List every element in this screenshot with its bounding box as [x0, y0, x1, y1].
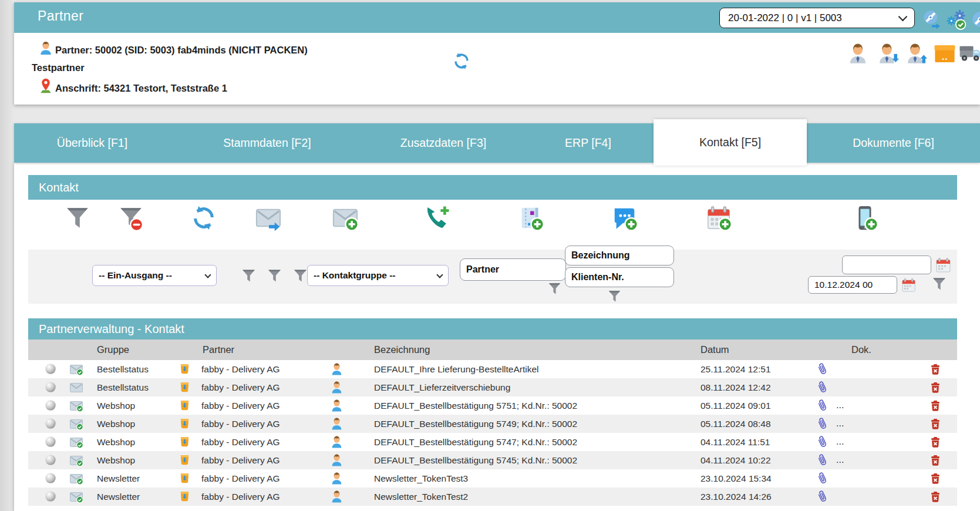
paperclip-icon[interactable] — [815, 453, 830, 468]
package-icon[interactable] — [932, 41, 957, 66]
envelope-check-icon — [69, 472, 83, 486]
envelope-check-icon — [69, 362, 83, 376]
trash-icon[interactable] — [929, 490, 942, 503]
filter-bar: -- Ein-Ausgang -- -- Kontaktgruppe -- — [28, 250, 957, 304]
filter-icon[interactable] — [931, 276, 947, 292]
column-header-gruppe[interactable]: Gruppe — [97, 339, 129, 360]
trash-icon[interactable] — [929, 436, 942, 449]
column-header-bezeichnung[interactable]: Bezeichnung — [374, 339, 430, 360]
table-row[interactable]: Webshopfabby - Delivery AGDEFAULT_Bestel… — [28, 415, 957, 433]
addressbook-add-icon[interactable] — [517, 204, 544, 231]
mail-forward-icon[interactable] — [255, 204, 282, 231]
more-documents-link[interactable]: ... — [836, 433, 844, 450]
filter-icon[interactable] — [267, 268, 282, 284]
paperclip-icon[interactable] — [815, 489, 830, 504]
tab-kontakt-f5[interactable]: Kontakt [F5] — [654, 119, 807, 166]
sphere-icon[interactable] — [44, 472, 57, 485]
table-column-header: GruppePartnerBezeichnungDatumDok. — [28, 339, 957, 360]
cell-bezeichnung: DEFAULT_Lieferzeitverschiebung — [374, 378, 510, 396]
more-documents-link[interactable]: ... — [836, 451, 844, 468]
cell-bezeichnung: DEFAULT_Bestellbestätigung 5751; Kd.Nr.:… — [374, 396, 577, 415]
person-icon[interactable] — [846, 41, 870, 66]
cell-gruppe: Bestellstatus — [97, 378, 149, 396]
sphere-icon[interactable] — [44, 490, 57, 503]
sphere-icon[interactable] — [44, 399, 57, 412]
filter-icon[interactable] — [547, 281, 562, 296]
cell-datum: 08.11.2024 12:42 — [701, 378, 771, 396]
paperclip-icon[interactable] — [815, 471, 830, 486]
disc-arrow-icon[interactable] — [922, 9, 942, 29]
mobile-add-icon[interactable] — [851, 204, 878, 231]
partner-filter-input[interactable] — [460, 258, 566, 281]
filter-icon[interactable] — [241, 268, 257, 284]
trash-icon[interactable] — [929, 399, 942, 412]
klienten-nr-filter-input[interactable] — [565, 267, 674, 287]
bezeichnung-filter-input[interactable] — [565, 246, 674, 265]
tab-berblick-f1[interactable]: Überblick [F1] — [14, 123, 170, 163]
person-upload-icon[interactable] — [904, 41, 929, 66]
tab-dokumente-f6[interactable]: Dokumente [F6] — [807, 123, 980, 163]
truck-icon[interactable] — [958, 41, 980, 66]
mail-add-icon[interactable] — [332, 204, 359, 231]
calendar-icon[interactable] — [901, 277, 917, 293]
trash-icon[interactable] — [929, 363, 942, 376]
person-download-icon[interactable] — [876, 41, 901, 66]
trash-icon[interactable] — [929, 472, 942, 485]
refresh-icon[interactable] — [190, 204, 217, 231]
filter-remove-icon[interactable] — [117, 204, 144, 231]
sphere-icon[interactable] — [44, 381, 57, 394]
sphere-icon[interactable] — [44, 362, 57, 375]
tab-zusatzdaten-f3[interactable]: Zusatzdaten [F3] — [364, 123, 523, 163]
kontakt-section-header: Kontakt — [28, 175, 957, 200]
column-header-datum[interactable]: Datum — [701, 339, 729, 360]
ein-ausgang-select[interactable]: -- Ein-Ausgang -- — [92, 265, 217, 286]
trash-icon[interactable] — [929, 381, 942, 394]
paperclip-icon[interactable] — [815, 435, 830, 449]
paperclip-icon[interactable] — [815, 362, 830, 376]
trash-icon[interactable] — [929, 454, 942, 467]
refresh-icon[interactable] — [452, 52, 471, 70]
tab-bar: Überblick [F1]Stammdaten [F2]Zusatzdaten… — [14, 123, 980, 163]
version-select[interactable]: 20-01-2022 | 0 | v1 | 5003 — [719, 8, 915, 28]
table-row[interactable]: Bestellstatusfabby - Delivery AGDEFAULT_… — [28, 378, 957, 396]
sphere-icon[interactable] — [44, 435, 57, 448]
cell-bezeichnung: DEFAULT_Ihre Lieferung-BestellteArtikel — [374, 360, 539, 378]
more-documents-link[interactable]: ... — [836, 415, 844, 432]
paperclip-icon[interactable] — [815, 398, 830, 413]
filter-icon[interactable] — [607, 289, 622, 304]
trash-icon[interactable] — [929, 418, 942, 431]
tab-erp-f4[interactable]: ERP [F4] — [523, 123, 654, 163]
filter-icon[interactable] — [292, 268, 308, 284]
kontaktgruppe-select[interactable]: -- Kontaktgruppe -- — [307, 265, 449, 286]
chat-add-icon[interactable] — [611, 204, 638, 231]
envelope-check-icon — [69, 490, 83, 504]
envelope-check-icon — [69, 417, 83, 431]
envelope-icon — [69, 381, 83, 395]
calendar-icon[interactable] — [935, 257, 952, 274]
column-header-partner[interactable]: Partner — [203, 339, 234, 360]
date-to-input[interactable] — [808, 276, 897, 294]
disc-icon[interactable] — [970, 9, 980, 29]
sphere-icon[interactable] — [44, 417, 57, 430]
partner-card-header: Partner 20-01-2022 | 0 | v1 | 5003 — [14, 2, 980, 33]
paperclip-icon[interactable] — [815, 380, 830, 395]
table-row[interactable]: Webshopfabby - Delivery AGDEFAULT_Bestel… — [28, 451, 957, 469]
paperclip-icon[interactable] — [815, 416, 830, 431]
table-row[interactable]: Webshopfabby - Delivery AGDEFAULT_Bestel… — [28, 396, 957, 415]
table-row[interactable]: Newsletterfabby - Delivery AGNewsletter_… — [28, 469, 957, 488]
person-blue-icon — [329, 489, 344, 504]
calendar-add-icon[interactable] — [705, 204, 732, 231]
inbox-down-icon — [178, 472, 191, 485]
sphere-icon[interactable] — [44, 453, 57, 466]
more-documents-link[interactable]: ... — [836, 396, 844, 413]
date-from-input[interactable] — [842, 256, 931, 274]
table-row[interactable]: Bestellstatusfabby - Delivery AGDEFAULT_… — [28, 360, 957, 378]
cell-bezeichnung: Newsletter_TokenTest3 — [374, 469, 468, 488]
gears-check-icon[interactable] — [945, 8, 968, 31]
table-row[interactable]: Webshopfabby - Delivery AGDEFAULT_Bestel… — [28, 433, 957, 451]
filter-icon[interactable] — [64, 204, 91, 231]
table-row[interactable]: Newsletterfabby - Delivery AGNewsletter_… — [28, 488, 957, 506]
tab-stammdaten-f2[interactable]: Stammdaten [F2] — [170, 123, 364, 163]
column-header-dok[interactable]: Dok. — [851, 339, 871, 360]
phone-add-icon[interactable] — [423, 204, 450, 231]
